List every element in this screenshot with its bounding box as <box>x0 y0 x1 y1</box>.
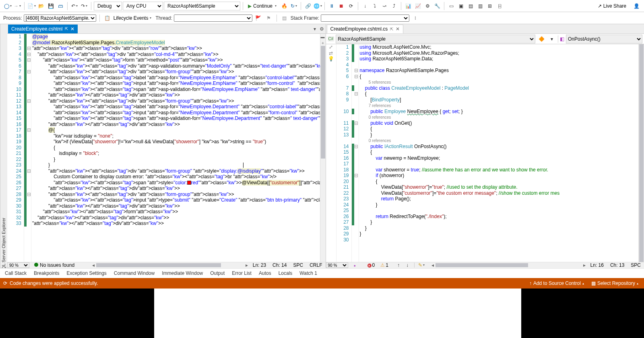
share-icon: ↗ <box>598 3 602 9</box>
bottom-tab-autos[interactable]: Autos <box>259 270 271 276</box>
browser-dropdown[interactable]: 🌐 <box>313 2 322 10</box>
bottom-tab-command-window[interactable]: Command Window <box>114 270 155 276</box>
status-message: Code changes were applied successfully. <box>10 280 98 286</box>
tab-create-employee-cs[interactable]: CreateEmployee.cshtml.cs ⇱ ✕ <box>327 25 404 33</box>
undo-button[interactable]: ↶ <box>70 2 79 10</box>
platform-dropdown[interactable]: Any CPU <box>123 2 163 10</box>
tab-gear-icon[interactable]: ⚙ <box>318 25 326 33</box>
thread-dropdown[interactable] <box>174 14 252 22</box>
step-out-button[interactable]: ⤴ <box>390 2 398 10</box>
right-nav-bar: C# RazorAspNet6Sample 🔶 ▾ ◧ OnPostAsync(… <box>326 34 644 44</box>
process-dropdown[interactable]: [4608] RazorAspNet6Sample.exe <box>24 14 96 22</box>
bottom-tab-immediate-window[interactable]: Immediate Window <box>162 270 203 276</box>
left-vscroll[interactable]: ▬ ＋ <box>320 34 326 262</box>
right-editor[interactable]: ⤢⇄💡 123456789101112131415161718192021222… <box>326 44 644 262</box>
left-code-area[interactable]: @page@model RazorAspNet6Sample.Pages.Cre… <box>31 34 320 262</box>
stackframe-label: Stack Frame: <box>291 15 319 21</box>
new-item-button[interactable]: 📄 <box>27 2 36 10</box>
taskbar-area <box>0 289 644 338</box>
diag-tool2-button[interactable]: 📈 <box>413 2 422 10</box>
nav-method-dropdown[interactable]: OnPostAsync() <box>566 35 642 43</box>
restart-button[interactable]: ↻ <box>289 2 298 10</box>
spc-text-r: SPC <box>631 262 641 268</box>
zoom-dropdown-left[interactable]: 90 % <box>7 262 29 268</box>
bottom-tab-exception-settings[interactable]: Exception Settings <box>66 270 106 276</box>
step-into-button[interactable]: ⤵ <box>370 2 379 10</box>
right-hscroll[interactable]: 90 % ⬥ ✕0 ⚠1 ↑ ↓ ✎ ◂ ▸ Ln: 16 Ch: 13 SPC <box>326 262 644 268</box>
bottom-tab-breakpoints[interactable]: Breakpoints <box>34 270 59 276</box>
right-code-area[interactable]: using Microsoft.AspNetCore.Mvc;using Mic… <box>359 44 639 262</box>
left-hscroll[interactable]: 90 % No issues found ◂ ▸ Ln: 23 Ch: 14 S… <box>7 262 326 268</box>
account-button[interactable]: 👤 <box>632 2 641 10</box>
thread-icon2[interactable]: ⚑ <box>264 14 273 23</box>
add-source-control-button[interactable]: ↑Add to Source Control▴ <box>527 280 586 286</box>
project-dropdown[interactable]: RazorAspNet6Sample <box>164 2 240 10</box>
tab-create-employee-cshtml[interactable]: CreateEmployee.cshtml ⇱ ✕ <box>8 25 78 33</box>
browser-link-button[interactable]: 🔗 <box>303 2 312 10</box>
restart-debug-button[interactable]: ⟳ <box>347 2 355 10</box>
spc-text: SPC <box>293 262 303 268</box>
bottom-tab-locals[interactable]: Locals <box>279 270 293 276</box>
zoom-dropdown-right[interactable]: 90 % <box>326 262 348 268</box>
close-icon[interactable]: ✕ <box>70 26 74 32</box>
add-icon[interactable]: ＋ <box>321 40 325 46</box>
main-toolbar: ◯ → 📄 📂 💾 🗃 ↶ ↷ Debug Any CPU RazorAspNe… <box>0 0 644 12</box>
issues-text: No issues found <box>40 262 74 268</box>
diag-tool4-button[interactable]: 🔧 <box>433 2 442 10</box>
ch-text: Ch: 14 <box>272 262 287 268</box>
save-button[interactable]: 💾 <box>46 2 55 10</box>
bottom-tab-error-list[interactable]: Error List <box>232 270 252 276</box>
tab-dropdown-icon[interactable]: ▾ <box>311 25 318 33</box>
diag-tool1-button[interactable]: 📊 <box>404 2 413 10</box>
window5-button[interactable]: ⊞ <box>485 2 494 10</box>
diag-tool3-button[interactable]: ⚙ <box>423 2 432 10</box>
live-share-button[interactable]: ↗Live Share <box>598 3 626 9</box>
config-dropdown[interactable]: Debug <box>94 2 122 10</box>
thread-icon1[interactable]: 🚩 <box>254 14 263 23</box>
ln-text-r: Ln: 16 <box>590 262 604 268</box>
nav-icon2[interactable]: ▾ <box>547 35 556 43</box>
nav-project-dropdown[interactable]: RazorAspNet6Sample <box>336 35 535 43</box>
redo-button[interactable]: ↷ <box>80 2 89 10</box>
window3-button[interactable]: ▤ <box>466 2 475 10</box>
ln-text: Ln: 23 <box>253 262 266 268</box>
nav-fwd-button[interactable]: → <box>13 2 22 10</box>
left-gutter: 1234567891011121314151617181920212223242… <box>7 34 24 262</box>
window6-button[interactable]: ⌸ <box>495 2 504 10</box>
stop-button[interactable]: ⏹ <box>337 2 346 10</box>
bottom-tab-call-stack[interactable]: Call Stack <box>5 270 27 276</box>
step-over-button[interactable]: ⤻ <box>380 2 389 10</box>
show-next-button[interactable]: ↓ <box>361 2 369 10</box>
bottom-tool-tabs: Call StackBreakpointsException SettingsC… <box>0 268 644 278</box>
pin-icon[interactable]: ⇱ <box>65 27 68 31</box>
save-all-button[interactable]: 🗃 <box>56 2 65 10</box>
pause-button[interactable]: ⏸ <box>327 2 336 10</box>
csharp-icon: C# <box>328 36 334 41</box>
nav-icon1[interactable]: 🔶 <box>537 35 546 43</box>
right-tabstrip: CreateEmployee.cshtml.cs ⇱ ✕ <box>326 24 644 34</box>
bottom-tab-watch-1[interactable]: Watch 1 <box>299 270 317 276</box>
toolbar-overflow[interactable]: ⁞ <box>411 14 420 23</box>
crlf-text: CRLF <box>310 262 322 268</box>
hot-reload-button[interactable]: 🔥 <box>280 2 289 10</box>
window4-button[interactable]: ▥ <box>476 2 485 10</box>
open-file-button[interactable]: 📂 <box>37 2 45 10</box>
select-repo-button[interactable]: ▦Select Repository▴ <box>589 280 641 286</box>
window1-button[interactable]: ▭ <box>447 2 456 10</box>
split-icon[interactable]: ▬ <box>321 35 325 39</box>
repo-icon: ▦ <box>591 280 596 286</box>
thread-label: Thread: <box>155 15 172 21</box>
bottom-tab-output[interactable]: Output <box>210 270 225 276</box>
lifecycle-button[interactable]: Lifecycle Events <box>114 15 149 21</box>
close-icon[interactable]: ✕ <box>396 26 400 32</box>
play-icon: ▶ <box>248 3 252 9</box>
right-vscroll[interactable] <box>638 44 644 262</box>
left-editor[interactable]: 1234567891011121314151617181920212223242… <box>7 34 326 262</box>
stackframe-dropdown[interactable] <box>321 14 409 22</box>
pin-icon[interactable]: ⇱ <box>390 27 393 31</box>
continue-button[interactable]: ▶Continue▾ <box>246 2 279 10</box>
up-arrow-icon: ↑ <box>529 280 532 286</box>
sql-explorer-rail[interactable]: SQL Server Object Explorer <box>0 24 7 276</box>
nav-back-button[interactable]: ◯ <box>3 2 12 10</box>
window2-button[interactable]: ▣ <box>456 2 465 10</box>
